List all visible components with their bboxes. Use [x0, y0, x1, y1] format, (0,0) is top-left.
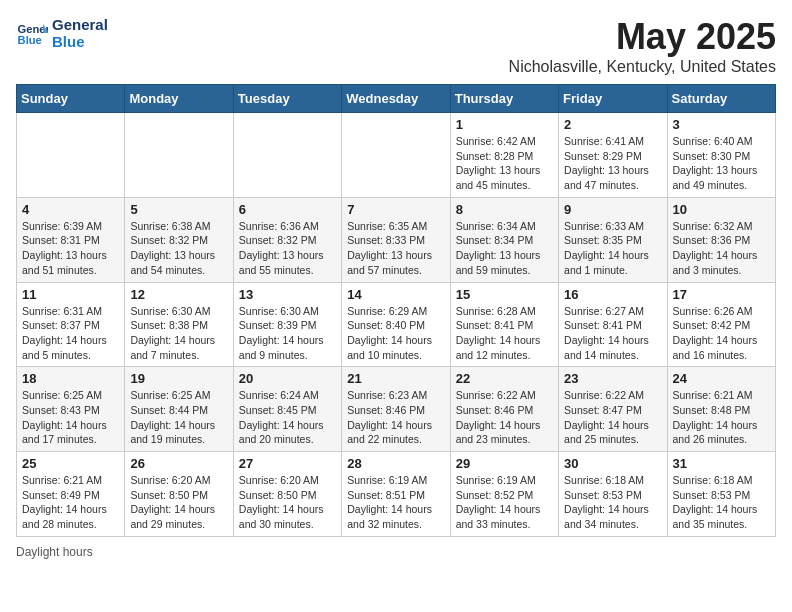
weekday-header-sunday: Sunday: [17, 85, 125, 113]
week-row-4: 18Sunrise: 6:25 AM Sunset: 8:43 PM Dayli…: [17, 367, 776, 452]
day-number: 11: [22, 287, 119, 302]
day-cell: [342, 113, 450, 198]
day-number: 10: [673, 202, 770, 217]
day-info: Sunrise: 6:42 AM Sunset: 8:28 PM Dayligh…: [456, 134, 553, 193]
day-number: 16: [564, 287, 661, 302]
day-info: Sunrise: 6:26 AM Sunset: 8:42 PM Dayligh…: [673, 304, 770, 363]
svg-text:Blue: Blue: [18, 34, 42, 46]
day-cell: 11Sunrise: 6:31 AM Sunset: 8:37 PM Dayli…: [17, 282, 125, 367]
day-number: 5: [130, 202, 227, 217]
day-number: 3: [673, 117, 770, 132]
week-row-2: 4Sunrise: 6:39 AM Sunset: 8:31 PM Daylig…: [17, 197, 776, 282]
day-number: 26: [130, 456, 227, 471]
weekday-header-friday: Friday: [559, 85, 667, 113]
day-cell: 2Sunrise: 6:41 AM Sunset: 8:29 PM Daylig…: [559, 113, 667, 198]
day-info: Sunrise: 6:38 AM Sunset: 8:32 PM Dayligh…: [130, 219, 227, 278]
day-number: 12: [130, 287, 227, 302]
day-cell: 7Sunrise: 6:35 AM Sunset: 8:33 PM Daylig…: [342, 197, 450, 282]
day-cell: 30Sunrise: 6:18 AM Sunset: 8:53 PM Dayli…: [559, 452, 667, 537]
day-info: Sunrise: 6:40 AM Sunset: 8:30 PM Dayligh…: [673, 134, 770, 193]
day-info: Sunrise: 6:25 AM Sunset: 8:44 PM Dayligh…: [130, 388, 227, 447]
day-number: 8: [456, 202, 553, 217]
day-cell: 16Sunrise: 6:27 AM Sunset: 8:41 PM Dayli…: [559, 282, 667, 367]
day-info: Sunrise: 6:28 AM Sunset: 8:41 PM Dayligh…: [456, 304, 553, 363]
day-cell: 10Sunrise: 6:32 AM Sunset: 8:36 PM Dayli…: [667, 197, 775, 282]
day-number: 17: [673, 287, 770, 302]
day-info: Sunrise: 6:20 AM Sunset: 8:50 PM Dayligh…: [239, 473, 336, 532]
day-number: 7: [347, 202, 444, 217]
day-cell: 22Sunrise: 6:22 AM Sunset: 8:46 PM Dayli…: [450, 367, 558, 452]
day-cell: 5Sunrise: 6:38 AM Sunset: 8:32 PM Daylig…: [125, 197, 233, 282]
day-number: 2: [564, 117, 661, 132]
day-number: 22: [456, 371, 553, 386]
day-cell: 8Sunrise: 6:34 AM Sunset: 8:34 PM Daylig…: [450, 197, 558, 282]
day-info: Sunrise: 6:24 AM Sunset: 8:45 PM Dayligh…: [239, 388, 336, 447]
day-cell: 25Sunrise: 6:21 AM Sunset: 8:49 PM Dayli…: [17, 452, 125, 537]
week-row-1: 1Sunrise: 6:42 AM Sunset: 8:28 PM Daylig…: [17, 113, 776, 198]
day-number: 23: [564, 371, 661, 386]
weekday-header-saturday: Saturday: [667, 85, 775, 113]
logo-blue: Blue: [52, 33, 108, 50]
day-cell: 20Sunrise: 6:24 AM Sunset: 8:45 PM Dayli…: [233, 367, 341, 452]
day-cell: 18Sunrise: 6:25 AM Sunset: 8:43 PM Dayli…: [17, 367, 125, 452]
day-number: 13: [239, 287, 336, 302]
day-cell: [233, 113, 341, 198]
day-cell: 31Sunrise: 6:18 AM Sunset: 8:53 PM Dayli…: [667, 452, 775, 537]
day-number: 27: [239, 456, 336, 471]
day-number: 29: [456, 456, 553, 471]
week-row-5: 25Sunrise: 6:21 AM Sunset: 8:49 PM Dayli…: [17, 452, 776, 537]
day-info: Sunrise: 6:36 AM Sunset: 8:32 PM Dayligh…: [239, 219, 336, 278]
day-info: Sunrise: 6:35 AM Sunset: 8:33 PM Dayligh…: [347, 219, 444, 278]
day-info: Sunrise: 6:29 AM Sunset: 8:40 PM Dayligh…: [347, 304, 444, 363]
day-number: 6: [239, 202, 336, 217]
day-info: Sunrise: 6:41 AM Sunset: 8:29 PM Dayligh…: [564, 134, 661, 193]
day-cell: 13Sunrise: 6:30 AM Sunset: 8:39 PM Dayli…: [233, 282, 341, 367]
day-number: 1: [456, 117, 553, 132]
day-info: Sunrise: 6:30 AM Sunset: 8:38 PM Dayligh…: [130, 304, 227, 363]
day-cell: 6Sunrise: 6:36 AM Sunset: 8:32 PM Daylig…: [233, 197, 341, 282]
day-cell: [125, 113, 233, 198]
day-info: Sunrise: 6:39 AM Sunset: 8:31 PM Dayligh…: [22, 219, 119, 278]
day-cell: 9Sunrise: 6:33 AM Sunset: 8:35 PM Daylig…: [559, 197, 667, 282]
day-info: Sunrise: 6:27 AM Sunset: 8:41 PM Dayligh…: [564, 304, 661, 363]
day-cell: 1Sunrise: 6:42 AM Sunset: 8:28 PM Daylig…: [450, 113, 558, 198]
weekday-header-wednesday: Wednesday: [342, 85, 450, 113]
day-cell: 17Sunrise: 6:26 AM Sunset: 8:42 PM Dayli…: [667, 282, 775, 367]
day-cell: 4Sunrise: 6:39 AM Sunset: 8:31 PM Daylig…: [17, 197, 125, 282]
day-cell: 23Sunrise: 6:22 AM Sunset: 8:47 PM Dayli…: [559, 367, 667, 452]
day-number: 20: [239, 371, 336, 386]
footer-note: Daylight hours: [16, 545, 776, 559]
day-number: 25: [22, 456, 119, 471]
day-number: 24: [673, 371, 770, 386]
day-number: 15: [456, 287, 553, 302]
day-cell: 21Sunrise: 6:23 AM Sunset: 8:46 PM Dayli…: [342, 367, 450, 452]
day-number: 9: [564, 202, 661, 217]
title-block: May 2025 Nicholasville, Kentucky, United…: [509, 16, 776, 76]
day-cell: 26Sunrise: 6:20 AM Sunset: 8:50 PM Dayli…: [125, 452, 233, 537]
day-cell: [17, 113, 125, 198]
day-number: 31: [673, 456, 770, 471]
day-number: 19: [130, 371, 227, 386]
day-info: Sunrise: 6:34 AM Sunset: 8:34 PM Dayligh…: [456, 219, 553, 278]
page-header: General Blue General Blue May 2025 Nicho…: [16, 16, 776, 76]
day-cell: 3Sunrise: 6:40 AM Sunset: 8:30 PM Daylig…: [667, 113, 775, 198]
month-title: May 2025: [509, 16, 776, 58]
day-info: Sunrise: 6:18 AM Sunset: 8:53 PM Dayligh…: [564, 473, 661, 532]
weekday-header-row: SundayMondayTuesdayWednesdayThursdayFrid…: [17, 85, 776, 113]
day-info: Sunrise: 6:18 AM Sunset: 8:53 PM Dayligh…: [673, 473, 770, 532]
day-cell: 19Sunrise: 6:25 AM Sunset: 8:44 PM Dayli…: [125, 367, 233, 452]
day-info: Sunrise: 6:22 AM Sunset: 8:46 PM Dayligh…: [456, 388, 553, 447]
day-info: Sunrise: 6:21 AM Sunset: 8:48 PM Dayligh…: [673, 388, 770, 447]
day-info: Sunrise: 6:32 AM Sunset: 8:36 PM Dayligh…: [673, 219, 770, 278]
day-info: Sunrise: 6:22 AM Sunset: 8:47 PM Dayligh…: [564, 388, 661, 447]
day-number: 14: [347, 287, 444, 302]
day-info: Sunrise: 6:23 AM Sunset: 8:46 PM Dayligh…: [347, 388, 444, 447]
day-cell: 28Sunrise: 6:19 AM Sunset: 8:51 PM Dayli…: [342, 452, 450, 537]
day-number: 28: [347, 456, 444, 471]
day-cell: 29Sunrise: 6:19 AM Sunset: 8:52 PM Dayli…: [450, 452, 558, 537]
day-cell: 15Sunrise: 6:28 AM Sunset: 8:41 PM Dayli…: [450, 282, 558, 367]
day-number: 4: [22, 202, 119, 217]
day-info: Sunrise: 6:19 AM Sunset: 8:52 PM Dayligh…: [456, 473, 553, 532]
day-cell: 27Sunrise: 6:20 AM Sunset: 8:50 PM Dayli…: [233, 452, 341, 537]
day-cell: 12Sunrise: 6:30 AM Sunset: 8:38 PM Dayli…: [125, 282, 233, 367]
